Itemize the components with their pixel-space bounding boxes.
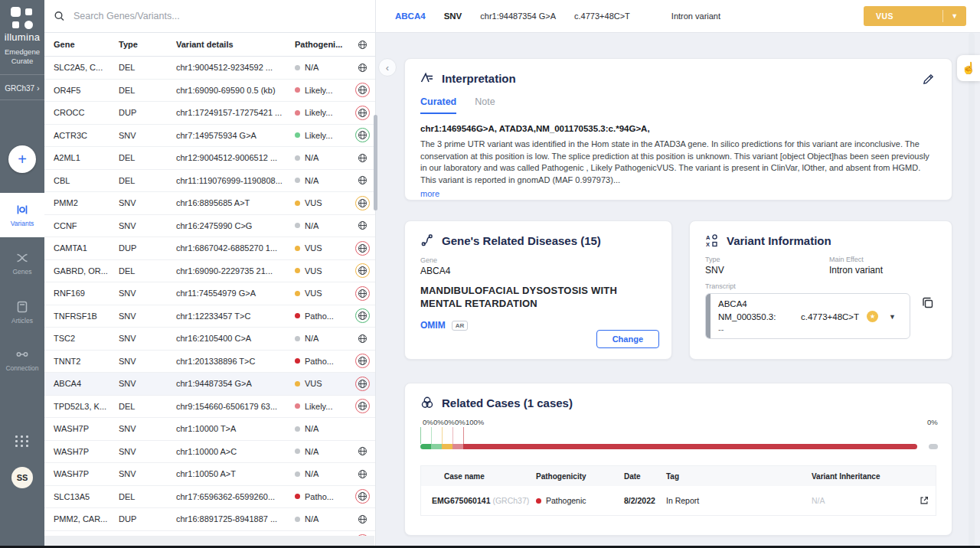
table-row[interactable]: CCNFSNVchr16:2475990 C>GN/A [44, 215, 375, 238]
variant-info-header: A X Variant Information [690, 221, 952, 247]
table-row[interactable]: WASH7PSNVchr1:10000 T>AN/A [44, 418, 375, 441]
cases-table-header: Case name Pathogenicity Date Tag Variant… [421, 466, 936, 486]
variant-info-icon: A X [705, 233, 719, 247]
variants-icon [15, 203, 29, 217]
table-row[interactable]: WASH7PSNVchr1:10000 A>CN/A [44, 441, 375, 464]
globe-icon[interactable] [355, 286, 370, 301]
globe-icon[interactable] [358, 469, 368, 479]
globe-icon[interactable] [355, 196, 370, 210]
transcript-accent-bar [706, 294, 710, 338]
table-row[interactable]: CROCCDUPchr1:17249157-17275421 ...Likely… [44, 102, 375, 125]
interpretation-icon [420, 71, 434, 85]
distribution-label: 0% [927, 418, 938, 426]
omim-row: OMIM AR [405, 310, 671, 331]
interpretation-header: Interpretation [405, 59, 952, 85]
globe-icon[interactable] [358, 63, 368, 73]
apps-grid-icon[interactable] [15, 435, 29, 447]
globe-icon[interactable] [358, 514, 368, 524]
add-button[interactable]: + [8, 145, 36, 173]
dna-icon [15, 251, 29, 265]
globe-icon[interactable] [355, 83, 370, 97]
table-row[interactable]: TNFRSF1BSNVchr1:12233457 T>CPatho... [44, 305, 375, 328]
table-row[interactable]: CBLDELchr11:119076999-1190808...N/A [44, 170, 375, 193]
svg-text:X: X [706, 241, 710, 248]
sidebar-item-genes[interactable]: Genes [0, 251, 44, 276]
document-icon [15, 300, 29, 314]
globe-icon[interactable] [358, 446, 368, 456]
table-row[interactable]: A2ML1DELchr12:9004512-9006512 ...N/A [44, 147, 375, 170]
globe-icon[interactable] [355, 263, 370, 278]
globe-icon[interactable] [355, 354, 370, 368]
table-row[interactable]: TSC2SNVchr16:2105400 C>AN/A [44, 328, 375, 351]
globe-icon[interactable] [358, 175, 368, 185]
distribution-tick [442, 427, 443, 444]
table-row[interactable]: PMM2, CAR...DUPchr16:8891725-8941887 ...… [44, 508, 375, 531]
sidebar-item-connection[interactable]: Connection [0, 347, 44, 372]
variant-cdna: c.4773+48C>T [574, 11, 630, 21]
globe-icon[interactable] [358, 334, 368, 344]
distribution-segment [929, 444, 938, 449]
globe-icon[interactable] [355, 489, 370, 504]
table-row[interactable]: ACTR3CSNVchr7:149575934 G>ALikely... [44, 125, 375, 148]
transcript-gene: ABCA4 [718, 299, 902, 308]
case-row[interactable]: EMG675060141 (GRCh37)Pathogenic8/2/2022I… [421, 486, 936, 515]
distribution-segment [420, 444, 431, 449]
sidebar-item-variants[interactable]: Variants [0, 193, 44, 237]
globe-icon[interactable] [358, 220, 368, 230]
globe-icon[interactable] [355, 399, 370, 413]
globe-column-icon [350, 40, 375, 50]
distribution-tick [420, 427, 421, 444]
cases-chart: 0%0%0%0%100%0% [420, 418, 936, 455]
edit-interpretation-button[interactable] [922, 73, 935, 89]
interpretation-headline: chr1:1469546G>A, ATAD3A,NM_001170535.3:c… [405, 114, 952, 133]
table-row[interactable]: ABCA4SNVchr1:94487354 G>AVUS [44, 373, 375, 396]
venn-circles-icon [420, 396, 434, 409]
distribution-label: 0% [433, 418, 444, 426]
copy-button[interactable] [921, 296, 935, 313]
tab-curated[interactable]: Curated [420, 96, 456, 114]
chevron-down-icon[interactable]: ▼ [889, 313, 896, 321]
table-row[interactable]: TNNT2SNVchr1:201338896 T>CPatho... [44, 351, 375, 373]
table-row[interactable]: SLC2A5, C...DELchr1:9004512-9234592 ...N… [44, 57, 375, 80]
sidebar-item-articles[interactable]: Articles [0, 300, 44, 325]
transcript-id: NM_000350.3: [718, 312, 801, 321]
gene-link[interactable]: ABCA4 [395, 11, 426, 21]
table-row[interactable]: PMM2SNVchr16:8895685 A>TVUS [44, 192, 375, 215]
table-row[interactable]: CAMTA1DUPchr1:6867042-6885270 1...VUS [44, 237, 375, 260]
table-row[interactable]: RNF169SNVchr11:74554979 G>AVUS [44, 282, 375, 305]
tab-note[interactable]: Note [475, 96, 495, 114]
change-disease-button[interactable]: Change [596, 330, 659, 348]
globe-icon[interactable] [355, 308, 370, 323]
external-link-icon [919, 495, 929, 506]
distribution-segment [463, 444, 917, 449]
distribution-tick [452, 427, 453, 444]
genome-build-selector[interactable]: GRCh37› [0, 83, 44, 93]
table-row[interactable]: WASH7PSNVchr1:10050 A>TN/A [44, 463, 375, 486]
open-case-button[interactable] [913, 495, 936, 506]
search-input[interactable] [72, 10, 366, 22]
page-scrollbar-track[interactable] [969, 33, 975, 548]
collapse-panel-button[interactable]: ‹ [378, 58, 397, 77]
list-scrollbar[interactable] [374, 115, 377, 210]
transcript-selector[interactable]: ABCA4 NM_000350.3: c.4773+48C>T ★ ▼ -- [705, 293, 910, 339]
omim-link[interactable]: OMIM [420, 320, 446, 331]
globe-icon[interactable] [355, 377, 370, 391]
interpretation-body: The 3 prime UTR variant was identified i… [405, 133, 952, 186]
table-row[interactable]: OR4F5DELchr1:69090-69590 0.5 (kb)Likely.… [44, 80, 375, 103]
distribution-segment [442, 444, 452, 449]
classification-dropdown[interactable]: VUS ▼ [864, 6, 966, 26]
table-row[interactable]: TPD52L3, K...DELchr9:154660-6506179 63..… [44, 396, 375, 419]
cases-table-body: EMG675060141 (GRCh37)Pathogenic8/2/2022I… [421, 486, 936, 515]
more-link[interactable]: more [405, 188, 455, 200]
copy-icon [921, 296, 935, 310]
table-row[interactable]: SLC13A5DELchr17:6596362-6599260...Patho.… [44, 486, 375, 509]
globe-icon[interactable] [358, 153, 368, 163]
user-avatar[interactable]: SS [11, 467, 33, 488]
globe-icon[interactable] [355, 106, 370, 120]
quick-actions-tab[interactable]: ☝ [957, 55, 980, 81]
related-diseases-card: Gene's Related Diseases (15) Gene ABCA4 … [404, 220, 672, 360]
globe-icon[interactable] [355, 128, 370, 142]
table-row[interactable]: GABRD, OR...DELchr1:69090-2229735 21...V… [44, 260, 375, 283]
globe-icon[interactable] [355, 241, 370, 256]
distribution-label: 0% [444, 418, 455, 426]
